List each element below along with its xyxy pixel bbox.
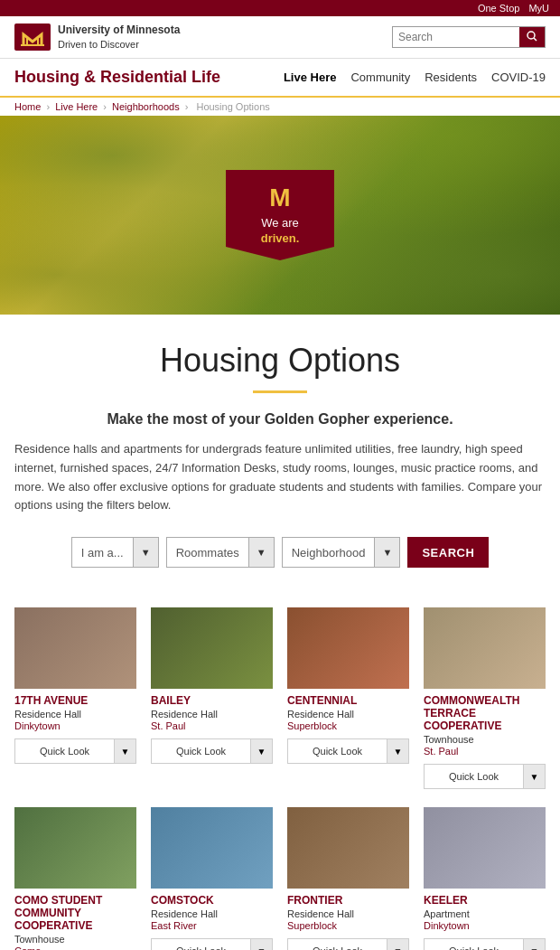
filter-search-button[interactable]: SEARCH xyxy=(407,537,489,568)
housing-card-frontier-quicklook[interactable]: Quick Look ▼ xyxy=(287,938,409,950)
quick-look-label: Quick Look xyxy=(152,746,250,757)
housing-card-commonwealth-quicklook[interactable]: Quick Look ▼ xyxy=(424,764,546,789)
quick-look-label: Quick Look xyxy=(288,746,387,757)
housing-card-como-type: Townhouse xyxy=(14,934,136,945)
housing-card-frontier: FRONTIER Residence Hall Superblock Quick… xyxy=(287,807,409,950)
breadcrumb-sep2: › xyxy=(103,101,109,112)
housing-card-commonwealth-neighborhood: St. Paul xyxy=(424,746,546,757)
housing-card-keeler: KEELER Apartment Dinkytown Quick Look ▼ xyxy=(424,807,546,950)
housing-card-keeler-quicklook[interactable]: Quick Look ▼ xyxy=(424,938,546,950)
page-title: Housing Options xyxy=(14,342,546,380)
flag-tagline: We are driven. xyxy=(261,216,300,247)
housing-grid-row2: COMO STUDENT COMMUNITY COOPERATIVE Townh… xyxy=(14,807,546,950)
main-content: Housing Options Make the most of your Go… xyxy=(0,315,560,607)
breadcrumb-current: Housing Options xyxy=(196,101,269,112)
umn-logo-icon xyxy=(14,24,51,51)
svg-point-0 xyxy=(527,32,535,39)
housing-card-frontier-type: Residence Hall xyxy=(287,908,409,919)
housing-card-centennial-quicklook[interactable]: Quick Look ▼ xyxy=(287,738,409,764)
breadcrumb-home[interactable]: Home xyxy=(14,101,41,112)
flag-line1: We are xyxy=(261,216,299,230)
housing-card-frontier-img xyxy=(287,807,409,889)
neighborhood-filter-label: Neighborhood xyxy=(283,546,375,560)
housing-card-bailey-type: Residence Hall xyxy=(151,709,273,720)
search-button[interactable] xyxy=(519,27,545,47)
header-logo: University of Minnesota Driven to Discov… xyxy=(14,24,180,51)
quick-look-label: Quick Look xyxy=(15,746,114,757)
svg-line-1 xyxy=(534,38,537,41)
housing-card-bailey-img xyxy=(151,607,273,689)
nav-covid[interactable]: COVID-19 xyxy=(491,71,546,84)
housing-card-17th-type: Residence Hall xyxy=(14,709,136,720)
housing-card-centennial-type: Residence Hall xyxy=(287,709,409,720)
housing-card-17th-quicklook[interactable]: Quick Look ▼ xyxy=(14,738,136,764)
housing-grid-row1: 17TH AVENUE Residence Hall Dinkytown Qui… xyxy=(14,607,546,789)
one-stop-link[interactable]: One Stop xyxy=(478,3,519,14)
housing-card-como-img xyxy=(14,807,136,889)
housing-card-17th: 17TH AVENUE Residence Hall Dinkytown Qui… xyxy=(14,607,136,789)
housing-card-17th-name[interactable]: 17TH AVENUE xyxy=(14,694,136,707)
role-filter-arrow: ▼ xyxy=(133,538,158,567)
quick-look-label: Quick Look xyxy=(425,771,523,782)
breadcrumb-sep3: › xyxy=(185,101,191,112)
housing-card-17th-neighborhood: Dinkytown xyxy=(14,720,136,731)
page-subtitle: Make the most of your Golden Gopher expe… xyxy=(14,411,546,428)
flag-m-logo: M xyxy=(269,183,290,212)
housing-card-commonwealth-name[interactable]: COMMONWEALTH TERRACE COOPERATIVE xyxy=(424,694,546,732)
title-underline xyxy=(253,390,307,393)
housing-card-frontier-neighborhood: Superblock xyxy=(287,920,409,931)
housing-card-commonwealth: COMMONWEALTH TERRACE COOPERATIVE Townhou… xyxy=(424,607,546,789)
housing-card-comstock-neighborhood: East River xyxy=(151,920,273,931)
neighborhood-filter[interactable]: Neighborhood ▼ xyxy=(282,537,401,568)
role-filter[interactable]: I am a... ▼ xyxy=(71,537,159,568)
quick-look-arrow: ▼ xyxy=(523,939,545,950)
myu-link[interactable]: MyU xyxy=(528,3,549,14)
nav-links: Live Here Community Residents COVID-19 xyxy=(284,71,546,84)
housing-grid-section: 17TH AVENUE Residence Hall Dinkytown Qui… xyxy=(0,607,560,950)
housing-card-keeler-img xyxy=(424,807,546,889)
housing-card-comstock-type: Residence Hall xyxy=(151,908,273,919)
housing-card-como-name[interactable]: COMO STUDENT COMMUNITY COOPERATIVE xyxy=(14,894,136,932)
housing-card-comstock-img xyxy=(151,807,273,889)
housing-card-centennial-img xyxy=(287,607,409,689)
housing-card-comstock-name[interactable]: COMSTOCK xyxy=(151,894,273,907)
roommates-filter-label: Roommates xyxy=(167,546,248,560)
quick-look-label: Quick Look xyxy=(152,945,250,950)
nav-community[interactable]: Community xyxy=(350,71,410,84)
top-bar: One Stop MyU xyxy=(0,0,560,16)
site-search[interactable] xyxy=(392,26,546,48)
quick-look-arrow: ▼ xyxy=(250,939,272,950)
hero-banner: M We are driven. xyxy=(0,116,560,315)
quick-look-arrow: ▼ xyxy=(387,739,408,763)
quick-look-arrow: ▼ xyxy=(114,739,135,763)
search-input[interactable] xyxy=(393,27,519,47)
roommates-filter[interactable]: Roommates ▼ xyxy=(166,537,275,568)
housing-card-keeler-name[interactable]: KEELER xyxy=(424,894,546,907)
site-header: University of Minnesota Driven to Discov… xyxy=(0,16,560,59)
housing-card-como: COMO STUDENT COMMUNITY COOPERATIVE Townh… xyxy=(14,807,136,950)
housing-card-centennial-neighborhood: Superblock xyxy=(287,720,409,731)
main-nav: Housing & Residential Life Live Here Com… xyxy=(0,59,560,98)
housing-card-commonwealth-type: Townhouse xyxy=(424,734,546,745)
flag-line2: driven. xyxy=(261,231,300,245)
breadcrumb-sep1: › xyxy=(46,101,52,112)
quick-look-arrow: ▼ xyxy=(387,939,408,950)
breadcrumb-live-here[interactable]: Live Here xyxy=(55,101,98,112)
nav-residents[interactable]: Residents xyxy=(425,71,477,84)
housing-card-bailey-name[interactable]: BAILEY xyxy=(151,694,273,707)
hero-flag: M We are driven. xyxy=(226,170,334,260)
quick-look-label: Quick Look xyxy=(288,945,387,950)
housing-card-comstock: COMSTOCK Residence Hall East River Quick… xyxy=(151,807,273,950)
umn-logo-text: University of Minnesota Driven to Discov… xyxy=(58,24,180,51)
breadcrumb-neighborhoods[interactable]: Neighborhoods xyxy=(112,101,180,112)
nav-live-here[interactable]: Live Here xyxy=(284,71,337,84)
housing-card-centennial-name[interactable]: CENTENNIAL xyxy=(287,694,409,707)
role-filter-label: I am a... xyxy=(72,546,133,560)
housing-card-bailey: BAILEY Residence Hall St. Paul Quick Loo… xyxy=(151,607,273,789)
housing-card-bailey-quicklook[interactable]: Quick Look ▼ xyxy=(151,738,273,764)
quick-look-arrow: ▼ xyxy=(523,765,545,788)
breadcrumb: Home › Live Here › Neighborhoods › Housi… xyxy=(0,98,560,116)
housing-card-comstock-quicklook[interactable]: Quick Look ▼ xyxy=(151,938,273,950)
housing-card-commonwealth-img xyxy=(424,607,546,689)
housing-card-frontier-name[interactable]: FRONTIER xyxy=(287,894,409,907)
